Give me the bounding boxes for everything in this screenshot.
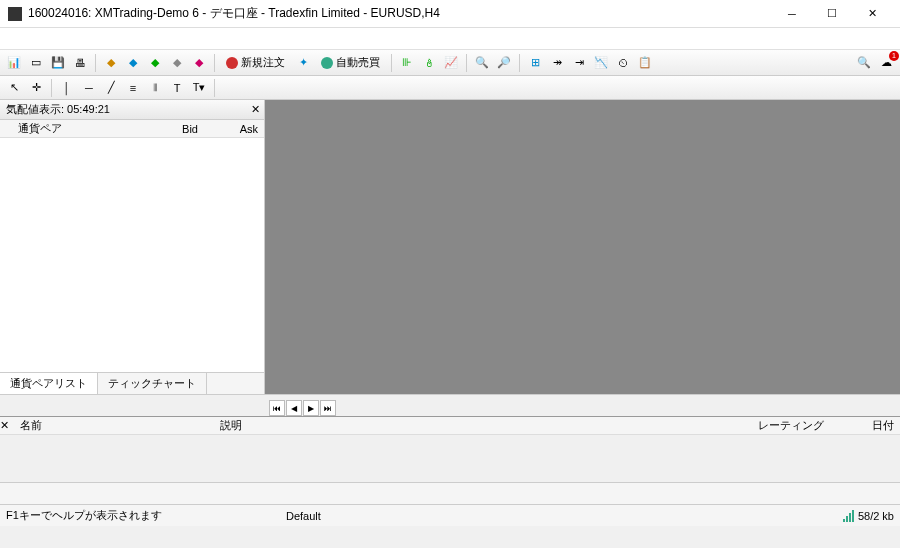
candle-chart-icon[interactable]: 🕯 <box>419 53 439 73</box>
save-icon[interactable]: 💾 <box>48 53 68 73</box>
notifications-icon[interactable]: ☁1 <box>876 53 896 73</box>
maximize-button[interactable]: ☐ <box>812 1 852 27</box>
tab-tick-chart[interactable]: ティックチャート <box>98 373 207 394</box>
navigator-icon[interactable]: ◆ <box>145 53 165 73</box>
minimize-button[interactable]: ─ <box>772 1 812 27</box>
metaquotes-icon[interactable]: ✦ <box>293 53 313 73</box>
templates-icon[interactable]: 📋 <box>635 53 655 73</box>
bar-chart-icon[interactable]: ⊪ <box>397 53 417 73</box>
chart-shift-icon[interactable]: ⇥ <box>569 53 589 73</box>
quotes-header: 通貨ペア Bid Ask <box>0 120 264 138</box>
fibo-icon[interactable]: ⫴ <box>145 78 165 98</box>
new-order-button[interactable]: 新規注文 <box>220 53 291 73</box>
experts-header: ✕ 名前 説明 レーティング 日付 <box>0 417 900 435</box>
close-button[interactable]: ✕ <box>852 1 892 27</box>
status-connection: 58/2 kb <box>843 510 894 522</box>
periods-icon[interactable]: ⏲ <box>613 53 633 73</box>
market-watch-header: 気配値表示: 05:49:21 ✕ <box>0 100 264 120</box>
market-watch-close-icon[interactable]: ✕ <box>251 103 260 116</box>
data-window-icon[interactable]: ◆ <box>123 53 143 73</box>
cursor-icon[interactable]: ↖ <box>4 78 24 98</box>
tab-next-icon[interactable]: ▶ <box>303 400 319 416</box>
crosshair-icon[interactable]: ✛ <box>26 78 46 98</box>
print-icon[interactable]: 🖶 <box>70 53 90 73</box>
auto-scroll-icon[interactable]: ↠ <box>547 53 567 73</box>
tab-first-icon[interactable]: ⏮ <box>269 400 285 416</box>
search-icon[interactable]: 🔍 <box>854 53 874 73</box>
text-label-icon[interactable]: T▾ <box>189 78 209 98</box>
experts-close-icon[interactable]: ✕ <box>0 419 16 432</box>
market-watch-icon[interactable]: ◆ <box>101 53 121 73</box>
tab-last-icon[interactable]: ⏭ <box>320 400 336 416</box>
trendline-icon[interactable]: ╱ <box>101 78 121 98</box>
vline-icon[interactable]: │ <box>57 78 77 98</box>
zoom-out-icon[interactable]: 🔎 <box>494 53 514 73</box>
autotrade-button[interactable]: 自動売買 <box>315 53 386 73</box>
app-icon <box>8 7 22 21</box>
channel-icon[interactable]: ≡ <box>123 78 143 98</box>
zoom-in-icon[interactable]: 🔍 <box>472 53 492 73</box>
hline-icon[interactable]: ─ <box>79 78 99 98</box>
profile-icon[interactable]: ▭ <box>26 53 46 73</box>
indicators-icon[interactable]: 📉 <box>591 53 611 73</box>
text-icon[interactable]: T <box>167 78 187 98</box>
terminal-icon[interactable]: ◆ <box>167 53 187 73</box>
strategy-tester-icon[interactable]: ◆ <box>189 53 209 73</box>
tile-windows-icon[interactable]: ⊞ <box>525 53 545 73</box>
window-title: 160024016: XMTrading-Demo 6 - デモ口座 - Tra… <box>28 5 772 22</box>
status-profile: Default <box>286 510 843 522</box>
tab-prev-icon[interactable]: ◀ <box>286 400 302 416</box>
tab-symbols[interactable]: 通貨ペアリスト <box>0 373 98 394</box>
new-chart-icon[interactable]: 📊 <box>4 53 24 73</box>
line-chart-icon[interactable]: 📈 <box>441 53 461 73</box>
status-help: F1キーでヘルプが表示されます <box>6 508 286 523</box>
